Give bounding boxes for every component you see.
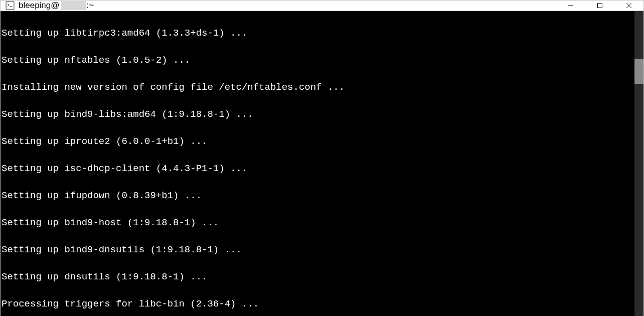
scrollbar[interactable] (634, 11, 643, 316)
svg-rect-3 (598, 4, 602, 8)
terminal-window: bleeping@: ~ Setting up libtirpc3:amd64 … (0, 0, 644, 316)
output-line: Setting up ifupdown (0.8.39+b1) ... (2, 189, 633, 203)
output-line: Installing new version of config file /e… (2, 81, 633, 94)
terminal-area: Setting up libtirpc3:amd64 (1.3.3+ds-1) … (1, 11, 643, 316)
output-line: Setting up iproute2 (6.0.0-1+b1) ... (2, 135, 633, 148)
output-line: Setting up bind9-dnsutils (1:9.18.8-1) .… (2, 243, 633, 257)
app-icon (6, 1, 15, 10)
terminal-content[interactable]: Setting up libtirpc3:amd64 (1.3.3+ds-1) … (1, 11, 634, 316)
svg-rect-0 (6, 2, 14, 10)
maximize-button[interactable] (585, 1, 614, 11)
title-path: ~ (89, 1, 94, 11)
title-host-redacted (61, 1, 86, 10)
output-line: Setting up dnsutils (1:9.18.8-1) ... (2, 270, 633, 284)
window-title: bleeping@: ~ (19, 1, 556, 11)
output-line: Setting up libtirpc3:amd64 (1.3.3+ds-1) … (2, 27, 633, 40)
output-line: Setting up bind9-host (1:9.18.8-1) ... (2, 216, 633, 230)
window-controls (556, 1, 643, 11)
output-line: Setting up bind9-libs:amd64 (1:9.18.8-1)… (2, 108, 633, 121)
close-button[interactable] (614, 1, 643, 11)
title-user: bleeping (19, 1, 51, 11)
window-titlebar: bleeping@: ~ (1, 1, 643, 11)
output-line: Setting up nftables (1.0.5-2) ... (2, 54, 633, 67)
output-line: Processing triggers for libc-bin (2.36-4… (2, 297, 633, 311)
output-line: Setting up isc-dhcp-client (4.4.3-P1-1) … (2, 162, 633, 176)
minimize-button[interactable] (556, 1, 585, 11)
scrollbar-thumb[interactable] (634, 59, 643, 84)
